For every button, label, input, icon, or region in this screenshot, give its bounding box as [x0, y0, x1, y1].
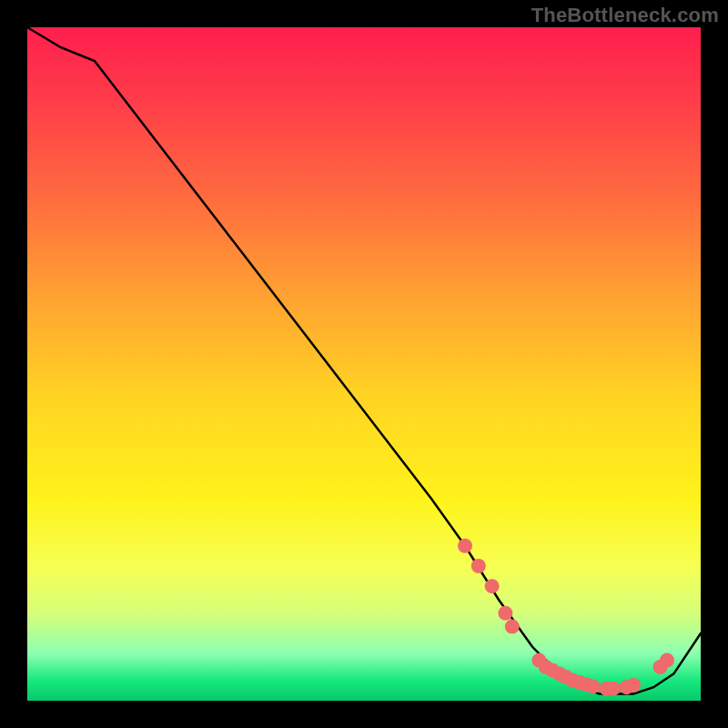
data-marker — [471, 559, 486, 573]
bottleneck-curve — [27, 27, 701, 694]
data-marker — [498, 606, 512, 621]
plot-area — [27, 27, 701, 701]
attribution-text: TheBottleneck.com — [531, 4, 719, 27]
data-marker — [660, 653, 674, 668]
data-markers — [458, 539, 674, 696]
data-marker — [458, 539, 472, 553]
chart-container: TheBottleneck.com — [0, 0, 728, 728]
curve-svg — [27, 27, 701, 701]
data-marker — [626, 678, 641, 693]
data-marker — [485, 579, 500, 593]
data-marker — [586, 679, 601, 693]
data-marker — [606, 682, 621, 696]
data-marker — [505, 620, 520, 634]
